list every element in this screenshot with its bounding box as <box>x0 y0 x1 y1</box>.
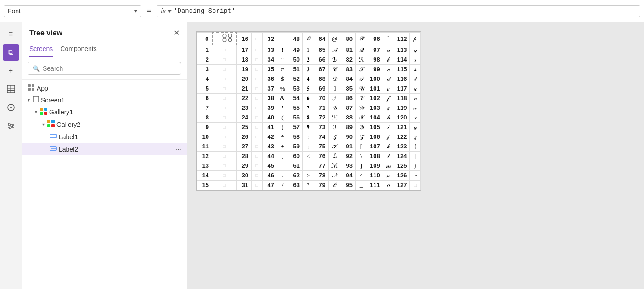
char-codepoint[interactable]: 41 <box>263 122 277 132</box>
media-icon[interactable] <box>3 99 19 116</box>
char-glyph[interactable]: ^ <box>356 170 367 180</box>
menu-icon[interactable]: ≡ <box>3 26 19 42</box>
tree-item-screen1[interactable]: ▾ Screen1 <box>22 94 187 106</box>
char-glyph[interactable]: □ <box>252 45 263 55</box>
char-codepoint[interactable]: 98 <box>367 55 383 64</box>
char-glyph[interactable]: \ <box>356 151 367 161</box>
char-glyph[interactable]: □ <box>212 132 237 142</box>
char-codepoint[interactable]: 25 <box>237 122 252 132</box>
char-codepoint[interactable]: 38 <box>263 93 277 103</box>
char-codepoint[interactable]: 64 <box>314 32 329 45</box>
char-glyph[interactable]: □ <box>212 93 237 103</box>
char-glyph[interactable]: 𝒰 <box>356 84 367 93</box>
char-codepoint[interactable]: 30 <box>237 170 252 180</box>
char-glyph[interactable]: " <box>277 55 288 64</box>
char-codepoint[interactable]: 79 <box>314 180 329 190</box>
char-codepoint[interactable]: 117 <box>394 84 410 93</box>
char-codepoint[interactable]: 33 <box>263 45 277 55</box>
char-codepoint[interactable]: 59 <box>288 142 303 151</box>
char-codepoint[interactable]: 68 <box>314 74 329 84</box>
char-codepoint[interactable]: 1 <box>197 45 212 55</box>
char-glyph[interactable]: $ <box>277 74 288 84</box>
char-glyph[interactable]: ~ <box>410 170 421 180</box>
char-codepoint[interactable]: 60 <box>288 151 303 161</box>
char-codepoint[interactable]: 127 <box>394 180 410 190</box>
selected-cell[interactable] <box>212 32 237 45</box>
char-codepoint[interactable]: 4 <box>197 74 212 84</box>
char-codepoint[interactable]: 2 <box>197 55 212 64</box>
char-codepoint[interactable]: 28 <box>237 151 252 161</box>
char-codepoint[interactable]: 102 <box>367 93 383 103</box>
char-glyph[interactable]: ? <box>303 180 314 190</box>
char-glyph[interactable]: 𝓀 <box>383 142 394 151</box>
char-codepoint[interactable]: 70 <box>314 93 329 103</box>
char-codepoint[interactable]: 35 <box>263 64 277 74</box>
char-glyph[interactable]: ℋ <box>329 113 341 122</box>
char-codepoint[interactable]: 111 <box>367 180 383 190</box>
char-glyph[interactable]: □ <box>212 142 237 151</box>
char-codepoint[interactable]: 78 <box>314 170 329 180</box>
char-glyph[interactable]: 𝟔 <box>303 93 314 103</box>
more-options-icon[interactable]: ··· <box>175 145 181 153</box>
char-glyph[interactable]: 𝑒 <box>383 84 394 93</box>
char-glyph[interactable]: □ <box>212 170 237 180</box>
char-codepoint[interactable]: 120 <box>394 113 410 122</box>
char-codepoint[interactable]: 122 <box>394 132 410 142</box>
char-glyph[interactable]: □ <box>252 55 263 64</box>
char-glyph[interactable]: ) <box>277 122 288 132</box>
char-glyph[interactable]: | <box>410 151 421 161</box>
char-codepoint[interactable]: 40 <box>263 113 277 122</box>
char-glyph[interactable]: 𝟗 <box>303 122 314 132</box>
char-glyph[interactable]: 𝒯 <box>356 74 367 84</box>
char-glyph[interactable]: 𝒷 <box>383 55 394 64</box>
char-codepoint[interactable]: 63 <box>288 180 303 190</box>
char-codepoint[interactable]: 46 <box>263 170 277 180</box>
char-glyph[interactable]: □ <box>252 122 263 132</box>
char-codepoint[interactable]: 37 <box>263 84 277 93</box>
char-glyph[interactable]: 𝒜 <box>329 45 341 55</box>
char-codepoint[interactable]: 83 <box>341 64 356 74</box>
char-codepoint[interactable]: 89 <box>341 122 356 132</box>
char-glyph[interactable]: 𝒵 <box>356 132 367 142</box>
char-codepoint[interactable]: 7 <box>197 103 212 113</box>
char-codepoint[interactable]: 26 <box>237 132 252 142</box>
char-codepoint[interactable]: 65 <box>314 45 329 55</box>
char-glyph[interactable]: □ <box>252 103 263 113</box>
char-codepoint[interactable]: 9 <box>197 122 212 132</box>
char-codepoint[interactable]: 13 <box>197 161 212 170</box>
char-codepoint[interactable]: 80 <box>341 32 356 45</box>
char-codepoint[interactable]: 94 <box>341 170 356 180</box>
search-box[interactable]: 🔍 <box>28 62 181 75</box>
char-codepoint[interactable]: 18 <box>237 55 252 64</box>
add-icon[interactable]: + <box>3 62 19 79</box>
char-codepoint[interactable]: 62 <box>288 170 303 180</box>
char-codepoint[interactable]: 91 <box>341 142 356 151</box>
char-glyph[interactable]: □ <box>252 142 263 151</box>
font-dropdown[interactable]: Font ▾ <box>4 5 141 17</box>
char-glyph[interactable]: □ <box>212 122 237 132</box>
char-codepoint[interactable]: 51 <box>288 64 303 74</box>
char-codepoint[interactable]: 36 <box>263 74 277 84</box>
char-codepoint[interactable]: 74 <box>314 132 329 142</box>
char-codepoint[interactable]: 126 <box>394 170 410 180</box>
char-glyph[interactable]: 𝒲 <box>356 103 367 113</box>
char-codepoint[interactable]: 107 <box>367 142 383 151</box>
char-codepoint[interactable]: 85 <box>341 84 356 93</box>
char-glyph[interactable]: 𝓃 <box>383 170 394 180</box>
char-codepoint[interactable]: 113 <box>394 45 410 55</box>
char-glyph[interactable]: ℒ <box>329 151 341 161</box>
char-codepoint[interactable]: 45 <box>263 161 277 170</box>
char-codepoint[interactable]: 24 <box>237 113 252 122</box>
char-glyph[interactable]: 𝓇 <box>410 55 421 64</box>
char-glyph[interactable]: □ <box>252 170 263 180</box>
char-codepoint[interactable]: 21 <box>237 84 252 93</box>
char-glyph[interactable]: # <box>277 64 288 74</box>
char-codepoint[interactable]: 124 <box>394 151 410 161</box>
char-codepoint[interactable]: 48 <box>288 32 303 45</box>
char-glyph[interactable]: □ <box>212 74 237 84</box>
char-glyph[interactable]: 𝑔 <box>383 103 394 113</box>
char-codepoint[interactable]: 49 <box>288 45 303 55</box>
char-glyph[interactable]: 𝒩 <box>329 170 341 180</box>
char-codepoint[interactable]: 119 <box>394 103 410 113</box>
char-codepoint[interactable]: 73 <box>314 122 329 132</box>
